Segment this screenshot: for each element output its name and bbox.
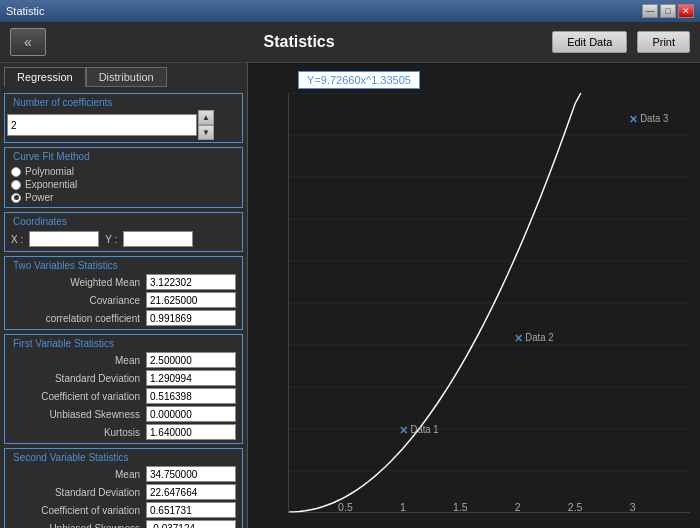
svg-text:3: 3 xyxy=(630,501,636,513)
first-var-label-0: Mean xyxy=(11,355,146,366)
second-var-row-1: Standard Deviation xyxy=(7,483,240,501)
coordinates-row: X : Y : xyxy=(7,229,240,249)
first-var-label-2: Coefficient of variation xyxy=(11,391,146,402)
second-var-value-0[interactable] xyxy=(146,466,236,482)
second-var-stats-label: Second Variable Statistics xyxy=(11,452,130,463)
first-var-stats-label: First Variable Statistics xyxy=(11,338,116,349)
title-bar-text: Statistic xyxy=(6,5,45,17)
option-polynomial[interactable]: Polynomial xyxy=(11,166,236,177)
option-exponential[interactable]: Exponential xyxy=(11,179,236,190)
power-label: Power xyxy=(25,192,53,203)
second-var-value-3[interactable] xyxy=(146,520,236,528)
first-var-row-0: Mean xyxy=(7,351,240,369)
two-var-label-1: Covariance xyxy=(11,295,146,306)
first-var-label-3: Unbiased Skewness xyxy=(11,409,146,420)
coordinates-label: Coordinates xyxy=(11,216,69,227)
content-area: Regression Distribution Number of coeffi… xyxy=(0,63,700,528)
coordinates-section: Coordinates X : Y : xyxy=(4,212,243,252)
two-var-value-2[interactable] xyxy=(146,310,236,326)
second-var-label-2: Coefficient of variation xyxy=(11,505,146,516)
x-label: X : xyxy=(11,234,23,245)
chart-svg: 50 45 40 35 30 25 20 15 10 5 0.5 1 1.5 2… xyxy=(288,93,690,513)
tab-regression[interactable]: Regression xyxy=(4,67,86,87)
x-input[interactable] xyxy=(29,231,99,247)
first-var-value-2[interactable] xyxy=(146,388,236,404)
svg-text:Data 3: Data 3 xyxy=(640,113,668,124)
y-input[interactable] xyxy=(123,231,193,247)
first-var-row-2: Coefficient of variation xyxy=(7,387,240,405)
svg-text:2.5: 2.5 xyxy=(568,501,583,513)
svg-text:Data 1: Data 1 xyxy=(411,424,439,435)
edit-data-button[interactable]: Edit Data xyxy=(552,31,627,53)
option-power[interactable]: Power xyxy=(11,192,236,203)
second-var-row-0: Mean xyxy=(7,465,240,483)
first-var-value-1[interactable] xyxy=(146,370,236,386)
two-var-label-0: Weighted Mean xyxy=(11,277,146,288)
exponential-label: Exponential xyxy=(25,179,77,190)
curve-fit-options: Polynomial Exponential Power xyxy=(7,164,240,205)
print-button[interactable]: Print xyxy=(637,31,690,53)
polynomial-label: Polynomial xyxy=(25,166,74,177)
first-var-value-0[interactable] xyxy=(146,352,236,368)
two-var-stats-label: Two Variables Statistics xyxy=(11,260,120,271)
second-var-label-1: Standard Deviation xyxy=(11,487,146,498)
two-var-stats-section: Two Variables Statistics Weighted Mean C… xyxy=(4,256,243,330)
two-var-row-1: Covariance xyxy=(7,291,240,309)
page-title: Statistics xyxy=(56,33,542,51)
second-var-row-2: Coefficient of variation xyxy=(7,501,240,519)
num-coefficients-spinner: ▲ ▼ xyxy=(7,110,240,140)
back-button[interactable]: « xyxy=(10,28,46,56)
second-var-value-2[interactable] xyxy=(146,502,236,518)
two-var-label-2: correlation coefficient xyxy=(11,313,146,324)
svg-text:2: 2 xyxy=(515,501,521,513)
svg-text:0.5: 0.5 xyxy=(338,501,353,513)
spin-down-button[interactable]: ▼ xyxy=(198,125,214,140)
second-var-label-3: Unbiased Skewness xyxy=(11,523,146,529)
curve-fit-section: Curve Fit Method Polynomial Exponential … xyxy=(4,147,243,208)
header-bar: « Statistics Edit Data Print xyxy=(0,22,700,63)
spin-buttons: ▲ ▼ xyxy=(198,110,214,140)
first-var-stats-section: First Variable Statistics Mean Standard … xyxy=(4,334,243,444)
title-bar: Statistic — □ ✕ xyxy=(0,0,700,22)
chart-formula: Y=9.72660x^1.33505 xyxy=(298,71,420,89)
num-coefficients-section: Number of coefficients ▲ ▼ xyxy=(4,93,243,143)
tab-distribution[interactable]: Distribution xyxy=(86,67,167,87)
spin-up-button[interactable]: ▲ xyxy=(198,110,214,125)
radio-power[interactable] xyxy=(11,193,21,203)
first-var-row-1: Standard Deviation xyxy=(7,369,240,387)
close-button[interactable]: ✕ xyxy=(678,4,694,18)
chart-area: Y=9.72660x^1.33505 xyxy=(248,63,700,528)
maximize-button[interactable]: □ xyxy=(660,4,676,18)
two-var-row-0: Weighted Mean xyxy=(7,273,240,291)
radio-polynomial[interactable] xyxy=(11,167,21,177)
tabs: Regression Distribution xyxy=(4,67,243,87)
left-panel: Regression Distribution Number of coeffi… xyxy=(0,63,248,528)
main-container: « Statistics Edit Data Print Regression … xyxy=(0,22,700,528)
radio-exponential[interactable] xyxy=(11,180,21,190)
second-var-value-1[interactable] xyxy=(146,484,236,500)
first-var-row-3: Unbiased Skewness xyxy=(7,405,240,423)
first-var-value-3[interactable] xyxy=(146,406,236,422)
first-var-row-4: Kurtosis xyxy=(7,423,240,441)
minimize-button[interactable]: — xyxy=(642,4,658,18)
svg-text:Data 2: Data 2 xyxy=(525,332,553,343)
y-label: Y : xyxy=(105,234,117,245)
two-var-value-0[interactable] xyxy=(146,274,236,290)
first-var-value-4[interactable] xyxy=(146,424,236,440)
svg-text:1: 1 xyxy=(400,501,406,513)
title-bar-buttons: — □ ✕ xyxy=(642,4,694,18)
curve-fit-label: Curve Fit Method xyxy=(11,151,92,162)
svg-text:1.5: 1.5 xyxy=(453,501,468,513)
num-coefficients-label: Number of coefficients xyxy=(11,97,114,108)
second-var-label-0: Mean xyxy=(11,469,146,480)
second-var-stats-section: Second Variable Statistics Mean Standard… xyxy=(4,448,243,528)
two-var-row-2: correlation coefficient xyxy=(7,309,240,327)
second-var-row-3: Unbiased Skewness xyxy=(7,519,240,528)
first-var-label-4: Kurtosis xyxy=(11,427,146,438)
first-var-label-1: Standard Deviation xyxy=(11,373,146,384)
num-coefficients-input[interactable] xyxy=(7,114,197,136)
two-var-value-1[interactable] xyxy=(146,292,236,308)
